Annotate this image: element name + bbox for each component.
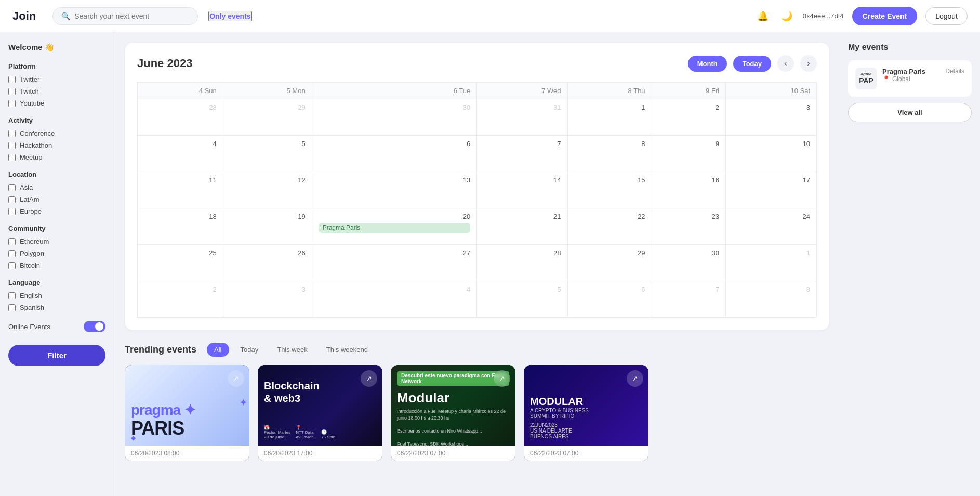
pragma-share-button[interactable]: ↗ xyxy=(228,370,244,387)
event-card-pragma[interactable]: ↗ ✦ pragma ✦ PARIS ◆ 06/20/2023 08:00 xyxy=(125,365,249,461)
twitch-checkbox[interactable] xyxy=(8,88,16,95)
logout-button[interactable]: Logout xyxy=(925,7,968,25)
asia-label[interactable]: Asia xyxy=(20,184,33,191)
calendar-cell[interactable]: 22 xyxy=(567,208,652,245)
calendar-cell[interactable]: 31 xyxy=(477,99,567,136)
calendar-cell[interactable]: 30 xyxy=(652,245,725,281)
calendar-cell[interactable]: 5 xyxy=(223,136,312,172)
calendar-cell[interactable]: 29 xyxy=(223,99,312,136)
only-events-button[interactable]: Only events xyxy=(208,11,251,21)
calendar-cell[interactable]: 4 xyxy=(138,136,223,172)
today-button[interactable]: Today xyxy=(733,56,771,72)
calendar-cell[interactable]: 2 xyxy=(138,281,223,318)
ethereum-label[interactable]: Ethereum xyxy=(20,238,49,245)
calendar-cell[interactable]: 20Pragma Paris xyxy=(312,208,477,245)
meetup-checkbox[interactable] xyxy=(8,154,16,161)
calendar-cell[interactable]: 19 xyxy=(223,208,312,245)
hackathon-label[interactable]: Hackathon xyxy=(20,141,52,149)
calendar-cell[interactable]: 8 xyxy=(567,136,652,172)
ethereum-checkbox[interactable] xyxy=(8,238,16,245)
europe-checkbox[interactable] xyxy=(8,208,16,215)
search-bar[interactable]: 🔍 xyxy=(52,7,198,25)
modular-share-button[interactable]: ↗ xyxy=(494,370,510,387)
calendar-cell[interactable]: 16 xyxy=(652,172,725,208)
calendar-event-chip[interactable]: Pragma Paris xyxy=(319,223,471,233)
calendar-cell[interactable]: 1 xyxy=(726,245,817,281)
tab-all[interactable]: All xyxy=(207,343,229,357)
europe-label[interactable]: Europe xyxy=(20,207,42,215)
event-card-modular2[interactable]: ↗ MODULAR A CRYPTO & BUSINESSSUMMIT BY R… xyxy=(524,365,648,461)
calendar-cell[interactable]: 27 xyxy=(312,245,477,281)
youtube-label[interactable]: Youtube xyxy=(20,99,44,107)
calendar-cell[interactable]: 14 xyxy=(477,172,567,208)
bitcoin-label[interactable]: Bitcoin xyxy=(20,262,40,269)
calendar-cell[interactable]: 9 xyxy=(652,136,725,172)
next-month-button[interactable]: › xyxy=(800,55,817,72)
dark-mode-icon[interactable]: 🌙 xyxy=(779,8,794,24)
calendar-cell[interactable]: 17 xyxy=(726,172,817,208)
calendar-cell[interactable]: 3 xyxy=(223,281,312,318)
calendar-cell[interactable]: 10 xyxy=(726,136,817,172)
conference-label[interactable]: Conference xyxy=(20,129,55,137)
hackathon-checkbox[interactable] xyxy=(8,142,16,149)
month-button[interactable]: Month xyxy=(688,56,727,72)
calendar-cell[interactable]: 21 xyxy=(477,208,567,245)
calendar-cell[interactable]: 8 xyxy=(726,281,817,318)
calendar-cell[interactable]: 12 xyxy=(223,172,312,208)
asia-checkbox[interactable] xyxy=(8,184,16,191)
latam-label[interactable]: LatAm xyxy=(20,195,39,203)
polygon-label[interactable]: Polygon xyxy=(20,250,44,257)
twitter-checkbox[interactable] xyxy=(8,76,16,83)
calendar-cell[interactable]: 6 xyxy=(312,136,477,172)
calendar-cell[interactable]: 11 xyxy=(138,172,223,208)
polygon-checkbox[interactable] xyxy=(8,250,16,257)
modular2-share-button[interactable]: ↗ xyxy=(627,370,643,387)
calendar-cell[interactable]: 28 xyxy=(477,245,567,281)
english-checkbox[interactable] xyxy=(8,292,16,299)
meetup-label[interactable]: Meetup xyxy=(20,153,42,161)
spanish-label[interactable]: Spanish xyxy=(20,304,44,311)
event-card-blockchain[interactable]: ↗ Blockchain& web3 📅 Fecha: Martes20 de … xyxy=(258,365,382,461)
calendar-cell[interactable]: 2 xyxy=(652,99,725,136)
view-all-button[interactable]: View all xyxy=(848,103,972,122)
tab-this-weekend[interactable]: This weekend xyxy=(319,343,375,357)
calendar-cell[interactable]: 29 xyxy=(567,245,652,281)
calendar-cell[interactable]: 23 xyxy=(652,208,725,245)
filter-button[interactable]: Filter xyxy=(8,345,105,366)
tab-today[interactable]: Today xyxy=(233,343,266,357)
bitcoin-checkbox[interactable] xyxy=(8,262,16,269)
twitch-label[interactable]: Twitch xyxy=(20,87,39,95)
create-event-button[interactable]: Create Event xyxy=(852,7,918,25)
calendar-cell[interactable]: 13 xyxy=(312,172,477,208)
my-event-card[interactable]: agma PAP Pragma Paris 📍 Global Details xyxy=(848,60,972,97)
english-label[interactable]: English xyxy=(20,292,42,299)
search-input[interactable] xyxy=(74,12,189,20)
calendar-cell[interactable]: 24 xyxy=(726,208,817,245)
calendar-cell[interactable]: 1 xyxy=(567,99,652,136)
details-link-pragma[interactable]: Details xyxy=(945,68,964,75)
calendar-cell[interactable]: 7 xyxy=(477,136,567,172)
tab-this-week[interactable]: This week xyxy=(270,343,315,357)
calendar-cell[interactable]: 30 xyxy=(312,99,477,136)
calendar-cell[interactable]: 5 xyxy=(477,281,567,318)
blockchain-share-button[interactable]: ↗ xyxy=(361,370,377,387)
calendar-cell[interactable]: 3 xyxy=(726,99,817,136)
sidebar: Welcome 👋 Platform Twitter Twitch Youtub… xyxy=(0,32,114,496)
calendar-cell[interactable]: 18 xyxy=(138,208,223,245)
notification-icon[interactable]: 🔔 xyxy=(755,8,771,24)
youtube-checkbox[interactable] xyxy=(8,100,16,107)
prev-month-button[interactable]: ‹ xyxy=(777,55,794,72)
calendar-cell[interactable]: 28 xyxy=(138,99,223,136)
calendar-cell[interactable]: 15 xyxy=(567,172,652,208)
calendar-cell[interactable]: 4 xyxy=(312,281,477,318)
event-card-modular[interactable]: ↗ Descubri este nuevo paradigma con Fuel… xyxy=(391,365,515,461)
latam-checkbox[interactable] xyxy=(8,196,16,203)
calendar-cell[interactable]: 7 xyxy=(652,281,725,318)
calendar-cell[interactable]: 6 xyxy=(567,281,652,318)
conference-checkbox[interactable] xyxy=(8,130,16,137)
calendar-cell[interactable]: 25 xyxy=(138,245,223,281)
twitter-label[interactable]: Twitter xyxy=(20,75,39,83)
online-events-toggle[interactable] xyxy=(84,321,105,332)
calendar-cell[interactable]: 26 xyxy=(223,245,312,281)
spanish-checkbox[interactable] xyxy=(8,304,16,311)
